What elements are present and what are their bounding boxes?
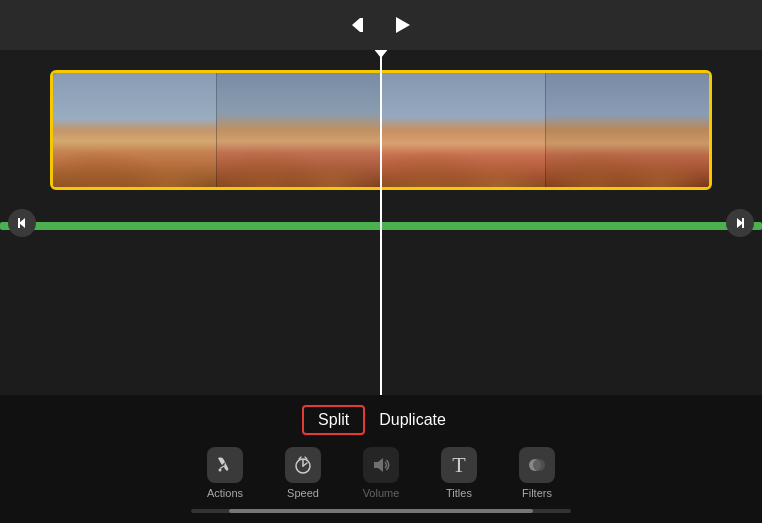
bottom-toolbar: Split Duplicate Actions bbox=[0, 395, 762, 523]
split-button[interactable]: Split bbox=[302, 405, 365, 435]
clip-thumbnail-1 bbox=[53, 73, 217, 187]
titles-icon: T bbox=[441, 447, 477, 483]
timeline-nav-left[interactable] bbox=[8, 209, 36, 237]
tool-actions[interactable]: Actions bbox=[201, 447, 249, 499]
scrollbar-container bbox=[0, 505, 762, 515]
app-container: Split Duplicate Actions bbox=[0, 0, 762, 523]
svg-marker-10 bbox=[374, 458, 383, 472]
timeline-area bbox=[0, 50, 762, 395]
svg-point-12 bbox=[533, 459, 545, 471]
volume-label: Volume bbox=[363, 487, 400, 499]
clip-thumbnail-4 bbox=[546, 73, 709, 187]
filters-icon bbox=[519, 447, 555, 483]
clip-thumbnail-2 bbox=[217, 73, 381, 187]
play-button[interactable] bbox=[391, 14, 413, 36]
playhead-line bbox=[380, 50, 382, 395]
scrollbar-track[interactable] bbox=[191, 509, 571, 513]
tool-filters[interactable]: Filters bbox=[513, 447, 561, 499]
actions-label: Actions bbox=[207, 487, 243, 499]
scrollbar-thumb bbox=[229, 509, 533, 513]
tool-volume[interactable]: Volume bbox=[357, 447, 405, 499]
svg-rect-6 bbox=[742, 218, 744, 228]
filters-label: Filters bbox=[522, 487, 552, 499]
speed-label: Speed bbox=[287, 487, 319, 499]
svg-point-7 bbox=[219, 469, 222, 472]
tools-row: Actions Speed bbox=[0, 443, 762, 505]
tool-titles[interactable]: T Titles bbox=[435, 447, 483, 499]
tool-speed[interactable]: Speed bbox=[279, 447, 327, 499]
volume-icon bbox=[363, 447, 399, 483]
playhead-indicator bbox=[373, 50, 389, 58]
transport-bar bbox=[0, 0, 762, 50]
svg-marker-2 bbox=[396, 17, 410, 33]
svg-line-8 bbox=[220, 466, 224, 469]
timeline-nav-right[interactable] bbox=[726, 209, 754, 237]
svg-rect-1 bbox=[360, 18, 363, 32]
svg-marker-0 bbox=[352, 18, 360, 32]
split-duplicate-bar: Split Duplicate bbox=[0, 395, 762, 443]
speed-icon bbox=[285, 447, 321, 483]
actions-icon bbox=[207, 447, 243, 483]
clip-thumbnail-3 bbox=[382, 73, 546, 187]
titles-label: Titles bbox=[446, 487, 472, 499]
svg-rect-4 bbox=[18, 218, 20, 228]
duplicate-button[interactable]: Duplicate bbox=[365, 407, 460, 433]
rewind-button[interactable] bbox=[349, 14, 371, 36]
